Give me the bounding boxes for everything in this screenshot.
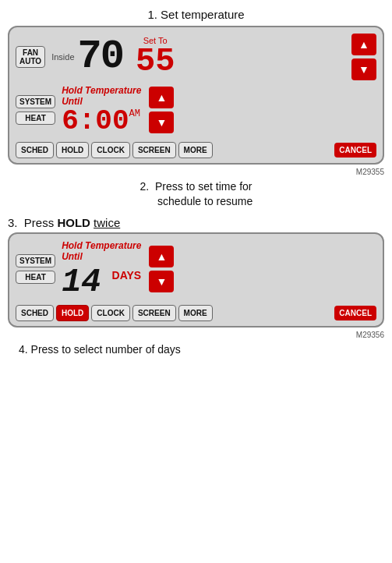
hold-time-down-button[interactable]: ▼ — [149, 112, 174, 133]
step3-bold: HOLD — [57, 216, 90, 229]
down-arrow-icon2: ▼ — [156, 275, 167, 288]
panel2-hold-label-1: Hold Temperature — [62, 240, 141, 251]
panel2-clock-button[interactable]: CLOCK — [91, 305, 130, 321]
step1-text: Set temperature — [157, 8, 245, 21]
fan-auto-column: FAN AUTO — [16, 46, 45, 68]
screen-button[interactable]: SCREEN — [132, 142, 176, 158]
panel2-cancel-button[interactable]: CANCEL — [334, 306, 376, 320]
model-number-2: M29356 — [8, 331, 384, 339]
up-arrow-icon: ▲ — [156, 91, 167, 104]
up-arrow-icon2: ▲ — [156, 250, 167, 263]
step3-underline: twice — [94, 216, 120, 229]
panel2-hold-label-2: Until — [62, 251, 141, 262]
panel2-days-adjust-buttons: ▲ ▼ — [149, 246, 174, 292]
hold-am-pm: AM — [129, 108, 140, 119]
panel2-system-heat-col: SYSTEM HEAT — [16, 254, 55, 284]
step3-number: 3. — [8, 216, 18, 229]
thermostat-panel-2: SYSTEM HEAT Hold Temperature Until 14 DA… — [8, 232, 384, 328]
panel2-hold-display: Hold Temperature Until 14 DAYS ▲ ▼ — [62, 240, 376, 299]
page-container: 1. Set temperature FAN AUTO Inside 70 Se… — [0, 0, 392, 370]
up-arrow-icon: ▲ — [358, 38, 369, 51]
temp-adjust-buttons: ▲ ▼ — [351, 34, 376, 80]
panel1-nav-buttons: SCHED HOLD CLOCK SCREEN MORE CANCEL — [16, 142, 376, 158]
step2-number: 2. — [140, 180, 150, 193]
sched-button[interactable]: SCHED — [16, 142, 54, 158]
step4-label: 4. Press to select number of days — [19, 343, 181, 356]
step1-heading: 1. Set temperature — [8, 8, 384, 21]
thermostat-panel-1: FAN AUTO Inside 70 Set To 55 ▲ ▼ — [8, 26, 384, 165]
set-to-area: Set To 55 — [136, 36, 175, 78]
hold-text: Hold Temperature Until 6:00AM — [62, 85, 141, 136]
hold-display-area: Hold Temperature Until 6:00AM ▲ ▼ — [62, 85, 376, 136]
hold-time-up-button[interactable]: ▲ — [149, 87, 174, 108]
days-down-button[interactable]: ▼ — [149, 271, 174, 292]
system-heat-column: SYSTEM HEAT — [16, 95, 55, 125]
panel1-top-row: FAN AUTO Inside 70 Set To 55 ▲ ▼ — [16, 34, 376, 80]
panel2-days-row: 14 DAYS — [62, 266, 141, 299]
inside-label: Inside — [51, 52, 74, 62]
step2-text: 2. Press to set time for schedule to res… — [8, 179, 384, 210]
heat-button[interactable]: HEAT — [16, 112, 55, 125]
panel2-hold-section: SYSTEM HEAT Hold Temperature Until 14 DA… — [16, 240, 376, 299]
clock-button[interactable]: CLOCK — [91, 142, 130, 158]
step3-heading: 3. Press HOLD twice — [8, 216, 384, 229]
step4-text: 4. Press to select number of days — [19, 342, 384, 358]
down-arrow-icon: ▼ — [358, 63, 369, 76]
fan-button[interactable]: FAN AUTO — [16, 46, 45, 68]
set-to-temp: 55 — [136, 45, 175, 78]
temp-down-button[interactable]: ▼ — [351, 58, 376, 80]
down-arrow-icon: ▼ — [156, 116, 167, 129]
model-number-1: M29355 — [8, 168, 384, 176]
panel2-nav-buttons: SCHED HOLD CLOCK SCREEN MORE CANCEL — [16, 305, 376, 321]
panel2-heat-button[interactable]: HEAT — [16, 271, 55, 284]
days-label: DAYS — [112, 269, 142, 282]
hold-days-number: 14 — [62, 266, 101, 299]
panel1-display: Inside 70 Set To 55 — [51, 36, 345, 78]
hold-temp-label-line1: Hold Temperature — [62, 85, 141, 96]
days-up-button[interactable]: ▲ — [149, 246, 174, 267]
hold-time-display: 6:00AM — [62, 108, 141, 136]
hold-nav-button[interactable]: HOLD — [56, 142, 89, 158]
panel2-more-button[interactable]: MORE — [178, 305, 213, 321]
step1-number: 1. — [147, 8, 157, 21]
panel2-hold-text: Hold Temperature Until 14 DAYS — [62, 240, 141, 299]
panel1-hold-section: SYSTEM HEAT Hold Temperature Until 6:00A… — [16, 85, 376, 136]
inside-temp: 70 — [78, 37, 123, 77]
temp-up-button[interactable]: ▲ — [351, 34, 376, 55]
more-button[interactable]: MORE — [178, 142, 213, 158]
cancel-button[interactable]: CANCEL — [334, 143, 376, 158]
panel2-hold-button[interactable]: HOLD — [56, 305, 89, 321]
panel2-screen-button[interactable]: SCREEN — [132, 305, 176, 321]
panel2-system-button[interactable]: SYSTEM — [16, 254, 55, 267]
hold-time-adjust-buttons: ▲ ▼ — [149, 87, 174, 133]
panel2-sched-button[interactable]: SCHED — [16, 305, 54, 321]
system-button[interactable]: SYSTEM — [16, 95, 55, 108]
